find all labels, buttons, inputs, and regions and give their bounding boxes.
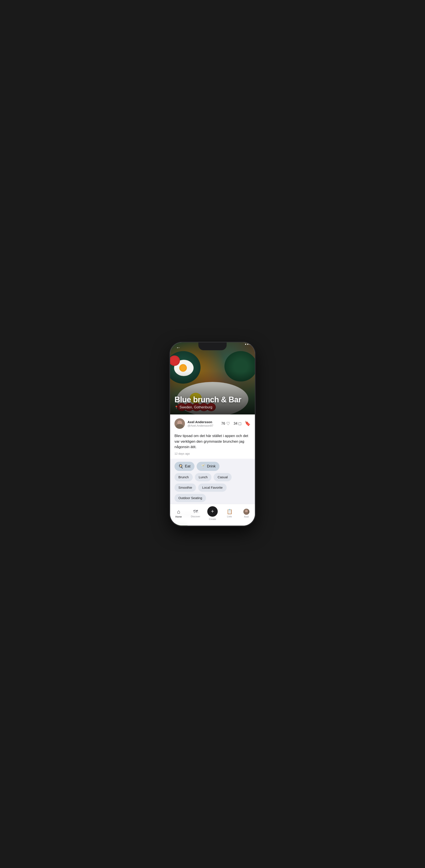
local-favorite-label: Local Favorite [202, 486, 223, 489]
casual-label: Casual [218, 475, 228, 479]
notch [198, 342, 227, 350]
tags-section: 🍳 Eat 🍸 Drink Brunch Lunch [170, 459, 255, 506]
content-area: Axel Andersson @Axel.Andersson97 76 ♡ 34… [170, 414, 255, 526]
location-text: Sweden, Gothenburg [179, 405, 212, 409]
comment-button[interactable]: 34 □ [233, 421, 241, 426]
phone-frame: 9:41 📶 [170, 342, 255, 526]
bottom-nav: ⌂ Home 🗺 Discover + Create 📋 Lists [170, 504, 255, 526]
post-text: Blev tipsad om det här stället i appen o… [174, 433, 251, 450]
lists-label: Lists [227, 515, 232, 518]
comment-count: 34 [233, 422, 237, 426]
eat-label: Eat [185, 464, 191, 468]
tag-smoothie[interactable]: Smoothie [174, 484, 196, 492]
bookmark-icon[interactable]: 🔖 [245, 421, 251, 426]
user-info: Axel Andersson @Axel.Andersson97 [188, 420, 221, 427]
nav-discover[interactable]: 🗺 Discover [189, 509, 202, 518]
more-button[interactable] [245, 344, 251, 345]
hero-title-area: Blue brunch & Bar 📍 Sweden, Gothenburg [174, 395, 251, 409]
user-section: Axel Andersson @Axel.Andersson97 76 ♡ 34… [170, 414, 255, 432]
nav-lists[interactable]: 📋 Lists [223, 509, 236, 518]
home-label: Home [175, 516, 182, 518]
create-button[interactable]: + [207, 506, 218, 517]
user-handle: @Axel.Andersson97 [188, 424, 221, 427]
lunch-label: Lunch [199, 475, 208, 479]
eat-icon: 🍳 [178, 464, 183, 469]
brunch-label: Brunch [178, 475, 189, 479]
comment-icon: □ [238, 421, 241, 426]
lists-icon: 📋 [227, 509, 232, 515]
like-count: 76 [221, 422, 225, 426]
smoothie-label: Smoothie [178, 486, 192, 489]
egg-yolk [179, 364, 187, 372]
tag-brunch[interactable]: Brunch [174, 473, 193, 481]
hero-location: 📍 Sweden, Gothenburg [174, 405, 251, 409]
like-button[interactable]: 76 ♡ [221, 421, 230, 426]
avatar[interactable] [174, 418, 185, 429]
profile-label: Axel [244, 516, 249, 518]
nav-create[interactable]: + Create [206, 506, 219, 520]
secondary-tags-row: Brunch Lunch Casual Smoothie Local Favor… [174, 473, 251, 502]
discover-label: Discover [191, 515, 200, 518]
primary-tags-row: 🍳 Eat 🍸 Drink [174, 462, 251, 471]
back-arrow-icon: ← [176, 345, 181, 350]
drink-label: Drink [207, 464, 216, 468]
heart-icon: ♡ [226, 421, 230, 426]
phone-screen: 9:41 📶 [170, 342, 255, 526]
plus-icon: + [211, 509, 214, 514]
tag-lunch[interactable]: Lunch [195, 473, 211, 481]
back-button[interactable]: ← [174, 344, 182, 351]
post-time: 12 days ago [174, 452, 251, 455]
avatar-face [174, 418, 185, 429]
tag-casual[interactable]: Casual [214, 473, 232, 481]
nav-home[interactable]: ⌂ Home [172, 509, 185, 518]
profile-avatar [243, 509, 250, 515]
tag-eat[interactable]: 🍳 Eat [174, 462, 195, 471]
tag-local-favorite[interactable]: Local Favorite [198, 484, 226, 492]
nav-profile[interactable]: Axel [240, 509, 253, 518]
drink-icon: 🍸 [201, 464, 205, 469]
hero-section: 9:41 📶 [170, 342, 255, 414]
tag-outdoor-seating[interactable]: Outdoor Seating [174, 494, 206, 502]
venue-title: Blue brunch & Bar [174, 395, 251, 404]
location-icon: 📍 [174, 406, 178, 409]
post-actions: 76 ♡ 34 □ 🔖 [221, 421, 251, 426]
tag-drink[interactable]: 🍸 Drink [197, 462, 220, 471]
create-label: Create [209, 518, 216, 520]
discover-icon: 🗺 [193, 509, 198, 515]
user-name: Axel Andersson [188, 420, 221, 424]
outdoor-seating-label: Outdoor Seating [178, 496, 202, 500]
home-icon: ⌂ [177, 509, 180, 515]
post-text-section: Blev tipsad om det här stället i appen o… [170, 432, 255, 459]
